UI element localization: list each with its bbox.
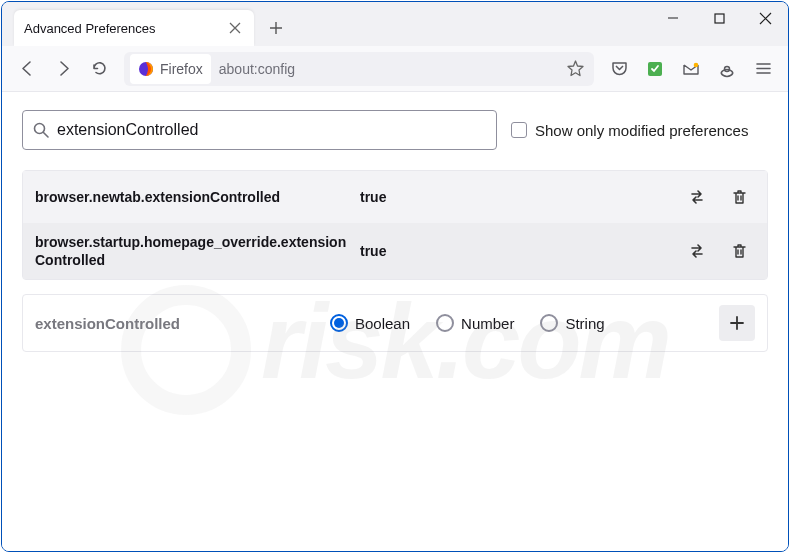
search-icon [33,122,49,138]
new-tab-button[interactable] [260,12,292,44]
svg-rect-0 [715,14,724,23]
radio-boolean[interactable]: Boolean [330,314,410,332]
search-input[interactable] [57,121,486,139]
show-modified-checkbox[interactable]: Show only modified preferences [511,122,748,139]
toggle-button[interactable] [681,235,713,267]
url-text: about:config [213,61,560,77]
preference-value: true [360,189,671,205]
svg-point-3 [694,62,699,67]
preference-row: browser.newtab.extensionControlled true [23,171,767,223]
delete-button[interactable] [723,181,755,213]
preference-value: true [360,243,671,259]
back-button[interactable] [10,52,44,86]
radio-label: String [565,315,604,332]
preference-row: browser.startup.homepage_override.extens… [23,223,767,279]
preference-name: browser.newtab.extensionControlled [35,188,350,206]
new-preference-name: extensionControlled [35,315,320,332]
browser-window: Advanced Preferences [1,1,789,552]
radio-string[interactable]: String [540,314,604,332]
radio-icon [330,314,348,332]
preference-name: browser.startup.homepage_override.extens… [35,233,350,269]
add-button[interactable] [719,305,755,341]
checkbox-label: Show only modified preferences [535,122,748,139]
tab-close-button[interactable] [226,19,244,37]
reload-button[interactable] [82,52,116,86]
radio-label: Boolean [355,315,410,332]
mail-button[interactable] [674,52,708,86]
firefox-icon [138,61,154,77]
minimize-button[interactable] [650,2,696,34]
close-window-button[interactable] [742,2,788,34]
page-content: Show only modified preferences browser.n… [2,92,788,551]
window-controls [650,2,788,46]
checkbox-icon [511,122,527,138]
extension-button[interactable] [638,52,672,86]
account-button[interactable] [710,52,744,86]
radio-label: Number [461,315,514,332]
nav-toolbar: Firefox about:config [2,46,788,92]
search-row: Show only modified preferences [22,110,768,150]
address-bar[interactable]: Firefox about:config [124,52,594,86]
search-box[interactable] [22,110,497,150]
titlebar: Advanced Preferences [2,2,788,46]
maximize-button[interactable] [696,2,742,34]
identity-box[interactable]: Firefox [130,54,211,84]
radio-icon [540,314,558,332]
tab-title: Advanced Preferences [24,21,226,36]
forward-button[interactable] [46,52,80,86]
pocket-button[interactable] [602,52,636,86]
delete-button[interactable] [723,235,755,267]
preference-list: browser.newtab.extensionControlled true … [22,170,768,280]
radio-number[interactable]: Number [436,314,514,332]
new-preference-row: extensionControlled Boolean Number Strin… [22,294,768,352]
menu-button[interactable] [746,52,780,86]
bookmark-star-button[interactable] [560,60,590,77]
type-radio-group: Boolean Number String [330,314,709,332]
browser-tab[interactable]: Advanced Preferences [14,10,254,46]
identity-label: Firefox [160,61,203,77]
radio-icon [436,314,454,332]
toggle-button[interactable] [681,181,713,213]
